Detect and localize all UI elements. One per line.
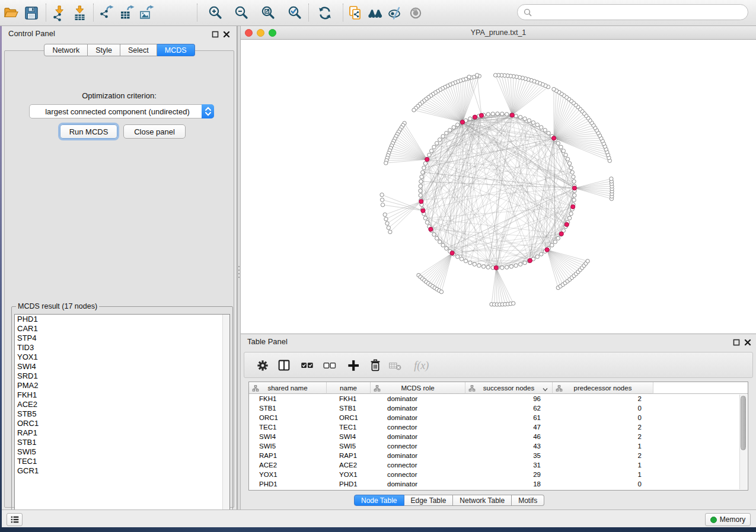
mcds-result-item[interactable]: STB1 bbox=[15, 438, 229, 447]
table-cell[interactable]: 18 bbox=[465, 479, 553, 489]
export-table-button[interactable] bbox=[117, 3, 138, 23]
tab-node-table[interactable]: Node Table bbox=[354, 495, 404, 506]
import-table-button[interactable] bbox=[70, 3, 90, 23]
table-row[interactable]: TEC1TEC1connector472 bbox=[249, 422, 740, 432]
table-cell[interactable]: 29 bbox=[465, 470, 553, 479]
search-field[interactable] bbox=[517, 4, 748, 20]
table-cell[interactable]: 43 bbox=[465, 441, 553, 451]
mcds-result-item[interactable]: PMA2 bbox=[15, 381, 229, 390]
table-cell[interactable]: STB1 bbox=[327, 403, 371, 413]
deselect-all-button[interactable] bbox=[321, 357, 339, 374]
run-mcds-button[interactable]: Run MCDS bbox=[60, 124, 117, 139]
zoom-fit-button[interactable] bbox=[258, 3, 278, 23]
table-cell[interactable]: 0 bbox=[553, 479, 653, 489]
mcds-result-item[interactable]: STB5 bbox=[15, 409, 229, 419]
mcds-result-item[interactable]: YOX1 bbox=[15, 352, 229, 362]
table-cell[interactable]: SWI5 bbox=[327, 441, 371, 451]
zoom-selected-button[interactable] bbox=[285, 3, 305, 23]
mcds-result-item[interactable]: SWI4 bbox=[15, 362, 229, 371]
mcds-result-item[interactable]: SRD1 bbox=[15, 371, 229, 381]
tab-network-table[interactable]: Network Table bbox=[453, 495, 512, 506]
table-cell[interactable]: connector bbox=[371, 422, 465, 432]
mcds-result-item[interactable]: STP4 bbox=[15, 334, 229, 343]
mcds-result-item[interactable]: RAP1 bbox=[15, 428, 229, 438]
table-cell[interactable]: TEC1 bbox=[327, 422, 371, 432]
mcds-result-item[interactable]: ACE2 bbox=[15, 400, 229, 409]
close-panel-button[interactable]: Close panel bbox=[123, 124, 186, 139]
table-scrollbar[interactable] bbox=[739, 395, 747, 489]
network-canvas[interactable] bbox=[241, 40, 756, 334]
import-network-button[interactable] bbox=[49, 3, 69, 23]
table-cell[interactable]: ORC1 bbox=[327, 413, 371, 422]
scrollbar-thumb[interactable] bbox=[741, 396, 746, 450]
close-table-panel-button[interactable] bbox=[743, 338, 752, 347]
table-cell[interactable]: 35 bbox=[465, 451, 553, 460]
table-cell[interactable]: 0 bbox=[553, 403, 653, 413]
table-cell[interactable]: SWI4 bbox=[327, 432, 371, 441]
tab-style[interactable]: Style bbox=[88, 44, 120, 56]
mcds-result-item[interactable]: GCR1 bbox=[15, 466, 229, 476]
table-cell[interactable]: dominator bbox=[371, 451, 465, 460]
table-cell[interactable]: connector bbox=[371, 470, 465, 479]
table-cell[interactable]: 1 bbox=[553, 441, 653, 451]
table-cell[interactable]: connector bbox=[371, 441, 465, 451]
toggle-panels-button[interactable] bbox=[7, 513, 23, 526]
table-cell[interactable]: 47 bbox=[465, 422, 553, 432]
select-all-button[interactable] bbox=[298, 357, 316, 374]
table-cell[interactable]: dominator bbox=[371, 394, 465, 403]
delete-row-button[interactable] bbox=[366, 357, 384, 374]
add-row-button[interactable] bbox=[344, 357, 362, 374]
table-cell[interactable]: 2 bbox=[553, 422, 653, 432]
table-cell[interactable]: RAP1 bbox=[249, 451, 327, 460]
clone-network-button[interactable] bbox=[346, 3, 366, 23]
table-cell[interactable]: dominator bbox=[371, 479, 465, 489]
tab-network[interactable]: Network bbox=[44, 44, 88, 56]
table-cell[interactable]: dominator bbox=[371, 413, 465, 422]
search-network-button[interactable] bbox=[365, 3, 385, 23]
column-header-shared-name[interactable]: shared name bbox=[249, 382, 327, 394]
close-control-panel-button[interactable] bbox=[222, 30, 231, 39]
table-cell[interactable]: YOX1 bbox=[327, 470, 371, 479]
refresh-button[interactable] bbox=[315, 3, 335, 23]
table-cell[interactable]: ACE2 bbox=[249, 460, 327, 470]
tab-mcds[interactable]: MCDS bbox=[157, 44, 195, 56]
mcds-result-item[interactable]: TID3 bbox=[15, 343, 229, 352]
table-row[interactable]: YOX1YOX1connector291 bbox=[249, 470, 740, 479]
table-cell[interactable]: RAP1 bbox=[327, 451, 371, 460]
table-cell[interactable]: PHD1 bbox=[327, 479, 371, 489]
table-cell[interactable]: 1 bbox=[553, 460, 653, 470]
zoom-in-button[interactable] bbox=[205, 3, 225, 23]
table-cell[interactable]: STB1 bbox=[249, 403, 327, 413]
table-cell[interactable]: SWI4 bbox=[249, 432, 327, 441]
float-table-panel-button[interactable] bbox=[732, 338, 741, 347]
table-cell[interactable]: 62 bbox=[465, 403, 553, 413]
table-row[interactable]: STB1STB1dominator620 bbox=[249, 403, 740, 413]
zoom-out-button[interactable] bbox=[231, 3, 251, 23]
mcds-result-item[interactable]: SWI5 bbox=[15, 447, 229, 457]
table-cell[interactable]: 61 bbox=[465, 413, 553, 422]
table-cell[interactable]: dominator bbox=[371, 432, 465, 441]
table-cell[interactable]: 31 bbox=[465, 460, 553, 470]
table-cell[interactable]: dominator bbox=[371, 403, 465, 413]
table-cell[interactable]: 2 bbox=[553, 451, 653, 460]
table-row[interactable]: SWI4SWI4dominator462 bbox=[249, 432, 740, 441]
table-row[interactable]: ACE2ACE2connector311 bbox=[249, 460, 740, 470]
float-panel-button[interactable] bbox=[210, 30, 220, 39]
table-cell[interactable]: connector bbox=[371, 460, 465, 470]
result-list-scrollbar[interactable] bbox=[222, 315, 229, 522]
memory-button[interactable]: Memory bbox=[705, 513, 751, 526]
column-header-successor-nodes[interactable]: successor nodes bbox=[465, 382, 553, 394]
table-cell[interactable]: 1 bbox=[553, 470, 653, 479]
mcds-result-item[interactable]: PHD1 bbox=[15, 315, 229, 324]
table-cell[interactable]: ACE2 bbox=[327, 460, 371, 470]
column-header-mcds-role[interactable]: MCDS role bbox=[371, 382, 465, 394]
show-graphics-button[interactable] bbox=[406, 3, 426, 23]
table-cell[interactable]: YOX1 bbox=[249, 470, 327, 479]
table-row[interactable]: RAP1RAP1dominator352 bbox=[249, 451, 740, 460]
mcds-result-item[interactable]: TEC1 bbox=[15, 457, 229, 466]
tab-edge-table[interactable]: Edge Table bbox=[404, 495, 454, 506]
column-header-name[interactable]: name bbox=[327, 382, 371, 394]
mcds-result-item[interactable]: FKH1 bbox=[15, 390, 229, 400]
export-image-button[interactable] bbox=[137, 3, 157, 23]
table-row[interactable]: ORC1ORC1dominator610 bbox=[249, 413, 740, 422]
